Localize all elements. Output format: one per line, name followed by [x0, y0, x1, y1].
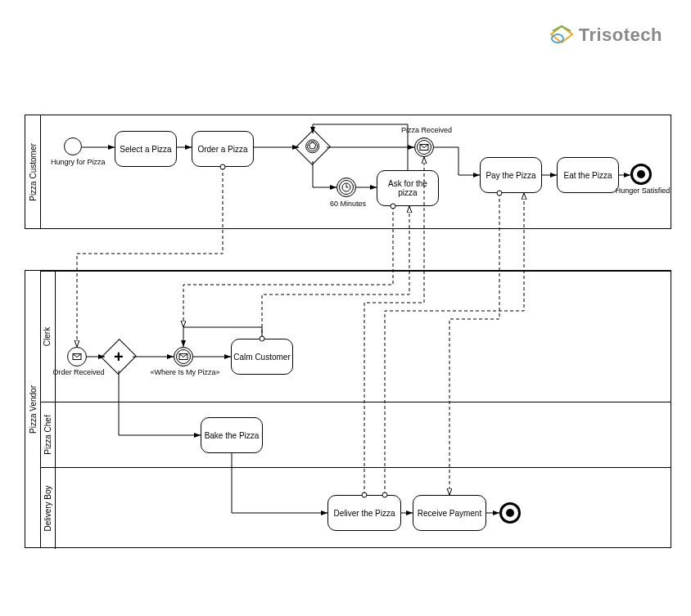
task-pay-pizza: Pay the Pizza: [480, 157, 542, 193]
message-icon: [178, 352, 188, 362]
timer-label: 60 Minutes: [326, 200, 370, 208]
lane-chef: Pizza Chef: [40, 402, 671, 467]
message-icon: [72, 352, 82, 362]
event-pizza-received: [414, 137, 434, 157]
task-deliver-pizza: Deliver the Pizza: [327, 495, 401, 531]
start-order-received: [67, 347, 87, 366]
pool-vendor-label: Pizza Vendor: [25, 271, 41, 547]
logo-icon: [549, 25, 574, 46]
start-order-received-label: Order Received: [51, 368, 106, 376]
timer-icon: [341, 182, 351, 192]
start-hungry: [64, 137, 82, 155]
end-satisfied-label: Hunger Satisfied: [614, 187, 671, 195]
brand-logo: Trisotech: [549, 25, 662, 46]
message-icon: [419, 142, 429, 152]
task-eat-pizza: Eat the Pizza: [557, 157, 619, 193]
task-receive-payment: Receive Payment: [413, 495, 486, 531]
task-calm-customer: Calm Customer: [231, 339, 293, 375]
lane-clerk-label: Clerk: [40, 272, 56, 402]
task-bake-pizza: Bake the Pizza: [201, 417, 263, 453]
event-pizza-received-label: Pizza Received: [398, 126, 455, 134]
lane-clerk: Clerk: [40, 271, 671, 402]
task-select-pizza: Select a Pizza: [115, 131, 177, 167]
event-where-pizza: [174, 347, 193, 366]
task-order-pizza: Order a Pizza: [192, 131, 254, 167]
task-ask-pizza: Ask for the pizza: [377, 170, 439, 206]
end-hunger-satisfied: [630, 164, 652, 185]
lane-delivery-label: Delivery Boy: [40, 468, 56, 549]
end-vendor: [499, 502, 521, 524]
lane-chef-label: Pizza Chef: [40, 402, 56, 467]
event-gateway-icon: [305, 139, 320, 154]
brand-name: Trisotech: [579, 25, 662, 46]
event-based-gateway: [299, 133, 327, 161]
event-where-pizza-label: «Where Is My Pizza»: [146, 368, 224, 376]
timer-60min: [336, 178, 356, 197]
svg-marker-4: [309, 142, 316, 149]
bpmn-canvas: Trisotech Pizza Customer Pizza Vendor Cl…: [0, 0, 691, 616]
pool-customer-label: Pizza Customer: [25, 115, 41, 228]
start-hungry-label: Hungry for Pizza: [51, 158, 100, 166]
parallel-gateway: +: [105, 343, 133, 371]
